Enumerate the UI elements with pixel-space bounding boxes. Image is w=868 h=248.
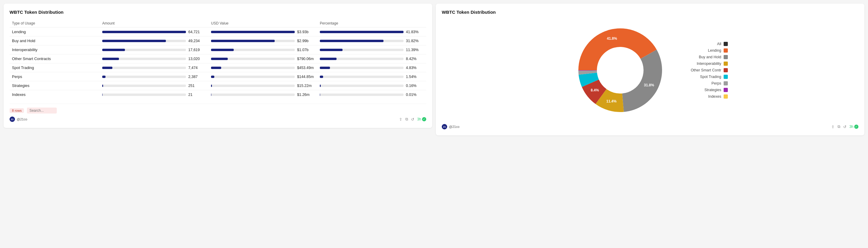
refresh-icon[interactable]: ↺ — [411, 117, 414, 122]
legend-swatch-2 — [724, 55, 728, 59]
cell-type: Lending — [9, 28, 100, 36]
legend-label-0: All — [680, 42, 721, 46]
table-row: Spot Trading 7,474 $453.49m 4.83% — [9, 63, 426, 72]
table-footer: 8 rows — [9, 104, 426, 114]
left-panel: WBTC Token Distribution Type of Usage Am… — [4, 4, 432, 128]
cell-type: Perps — [9, 72, 100, 81]
cell-usd: $2.99b — [209, 36, 317, 45]
cell-amount: 13,020 — [100, 54, 209, 63]
cell-amount: 7,474 — [100, 63, 209, 72]
cell-type: Interoperability — [9, 45, 100, 54]
author-text: @21co — [17, 117, 27, 121]
segment-label-2: 11.4% — [607, 99, 617, 103]
rows-badge: 8 rows — [9, 108, 24, 113]
cell-type: Other Smart Contracts — [9, 54, 100, 63]
chart-content: 41.8%31.8%11.4%8.4% All Lending Buy and … — [442, 20, 859, 121]
action-icons: ⇧ ⧉ ↺ 3h ✓ — [399, 117, 426, 122]
cell-amount: 251 — [100, 81, 209, 90]
right-author-text: @21co — [449, 125, 459, 128]
cell-usd: $1.07b — [209, 45, 317, 54]
legend-item-6: Perps — [680, 81, 728, 86]
right-refresh-icon[interactable]: ↺ — [843, 125, 846, 129]
right-share-icon[interactable]: ⇧ — [831, 125, 835, 129]
segment-label-1: 31.8% — [644, 83, 654, 87]
right-panel: WBTC Token Distribution 41.8%31.8%11.4%8… — [436, 4, 864, 135]
search-input[interactable] — [27, 107, 57, 114]
legend-item-4: Other Smart Contr — [680, 68, 728, 72]
cell-pct: 41.83% — [317, 28, 426, 36]
table-row: Buy and Hold 49,234 $2.99b 31.82% — [9, 36, 426, 45]
legend-swatch-8 — [724, 94, 728, 99]
cell-usd: $1.26m — [209, 90, 317, 99]
cell-amount: 49,234 — [100, 36, 209, 45]
legend-item-0: All — [680, 42, 728, 46]
legend-swatch-4 — [724, 68, 728, 72]
cell-type: Indexes — [9, 90, 100, 99]
legend-swatch-3 — [724, 62, 728, 66]
legend-swatch-7 — [724, 88, 728, 92]
cell-amount: 64,721 — [100, 28, 209, 36]
left-panel-title: WBTC Token Distribution — [9, 9, 426, 14]
right-copy-icon[interactable]: ⧉ — [838, 124, 840, 129]
table-row: Indexes 21 $1.26m 0.01% — [9, 90, 426, 99]
col-pct: Percentage — [317, 20, 426, 28]
legend-label-6: Perps — [680, 81, 721, 86]
left-bottom-bar: 21 @21co ⇧ ⧉ ↺ 3h ✓ — [9, 117, 426, 122]
segment-label-0: 41.8% — [607, 36, 617, 41]
legend-swatch-1 — [724, 49, 728, 53]
legend-label-8: Indexes — [680, 94, 721, 99]
legend-label-2: Buy and Hold — [680, 55, 721, 59]
cell-pct: 11.39% — [317, 45, 426, 54]
chart-legend: All Lending Buy and Hold Interoperabilit… — [680, 42, 728, 99]
distribution-table: Type of Usage Amount USD Value Percentag… — [9, 20, 426, 99]
legend-item-1: Lending — [680, 49, 728, 53]
copy-icon[interactable]: ⧉ — [405, 117, 408, 122]
cell-amount: 2,387 — [100, 72, 209, 81]
cell-amount: 21 — [100, 90, 209, 99]
cell-usd: $15.22m — [209, 81, 317, 90]
cell-type: Spot Trading — [9, 63, 100, 72]
cell-pct: 0.01% — [317, 90, 426, 99]
author-label: 21 @21co — [9, 117, 27, 122]
right-panel-title: WBTC Token Distribution — [442, 9, 859, 14]
right-author-label: 21 @21co — [442, 124, 459, 129]
time-badge: 3h ✓ — [417, 117, 426, 121]
legend-label-1: Lending — [680, 49, 721, 53]
cell-pct: 31.82% — [317, 36, 426, 45]
table-row: Interoperability 17,619 $1.07b 11.39% — [9, 45, 426, 54]
legend-swatch-5 — [724, 75, 728, 79]
right-action-icons: ⇧ ⧉ ↺ 3h ✓ — [831, 124, 859, 129]
table-row: Perps 2,387 $144.85m 1.54% — [9, 72, 426, 81]
cell-type: Strategies — [9, 81, 100, 90]
table-row: Strategies 251 $15.22m 0.16% — [9, 81, 426, 90]
table-row: Other Smart Contracts 13,020 $790.06m 8.… — [9, 54, 426, 63]
right-time-value: 3h — [849, 125, 854, 129]
segment-label-3: 8.4% — [591, 88, 599, 92]
legend-item-3: Interoperability — [680, 62, 728, 66]
time-value: 3h — [417, 117, 421, 121]
legend-item-8: Indexes — [680, 94, 728, 99]
donut-chart: 41.8%31.8%11.4%8.4% — [572, 23, 668, 118]
share-icon[interactable]: ⇧ — [399, 117, 402, 122]
cell-usd: $453.49m — [209, 63, 317, 72]
right-check-icon: ✓ — [854, 125, 859, 129]
legend-label-4: Other Smart Contr — [680, 68, 721, 72]
legend-swatch-0 — [724, 42, 728, 46]
right-avatar-icon: 21 — [442, 124, 447, 129]
table-row: Lending 64,721 $3.93b 41.83% — [9, 28, 426, 36]
legend-swatch-6 — [724, 81, 728, 86]
cell-usd: $790.06m — [209, 54, 317, 63]
avatar-icon: 21 — [9, 117, 15, 122]
cell-pct: 4.83% — [317, 63, 426, 72]
legend-item-2: Buy and Hold — [680, 55, 728, 59]
legend-label-3: Interoperability — [680, 62, 721, 66]
donut-center — [601, 51, 640, 90]
col-usd: USD Value — [209, 20, 317, 28]
legend-item-7: Strategies — [680, 88, 728, 92]
cell-pct: 1.54% — [317, 72, 426, 81]
right-time-badge: 3h ✓ — [849, 125, 859, 129]
check-icon: ✓ — [422, 117, 426, 121]
legend-label-5: Spot Trading — [680, 75, 721, 79]
cell-amount: 17,619 — [100, 45, 209, 54]
legend-item-5: Spot Trading — [680, 75, 728, 79]
